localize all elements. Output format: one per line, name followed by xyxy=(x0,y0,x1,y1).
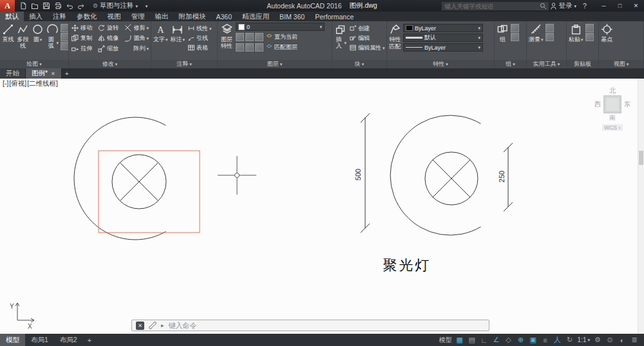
redo-icon[interactable] xyxy=(75,1,86,11)
viewport-visual-style-control[interactable]: [二维线框] xyxy=(27,79,58,88)
cut-icon[interactable] xyxy=(585,24,594,32)
panel-title-clipboard[interactable]: 剪贴板 xyxy=(567,60,598,68)
lineweight-display-icon[interactable]: ≡ xyxy=(541,336,550,344)
tab-output[interactable]: 输出 xyxy=(150,12,174,21)
layer-walk-icon[interactable] xyxy=(255,43,263,52)
panel-title-view[interactable]: 视图▾ xyxy=(599,60,643,68)
object-snap-icon[interactable]: ▣ xyxy=(529,336,538,344)
layout2-tab[interactable]: 布局2 xyxy=(54,334,83,346)
grid-icon[interactable]: ▦ xyxy=(455,336,464,344)
file-tab-document[interactable]: 图例* ✕ xyxy=(26,68,62,79)
base-point-tool[interactable]: 基点 xyxy=(600,23,614,60)
object-snap-tracking-icon[interactable]: ⊕ xyxy=(516,336,526,344)
paste-tool[interactable]: 粘贴▾ xyxy=(568,23,584,60)
spotlight-arc-right[interactable] xyxy=(390,115,480,235)
insert-block-tool[interactable]: 插入▾ xyxy=(334,23,347,60)
tab-annotate[interactable]: 注释 xyxy=(48,12,71,21)
text-tool[interactable]: A 文字▾ xyxy=(153,23,169,60)
undo-icon[interactable] xyxy=(64,1,75,11)
minimize-button[interactable]: ─ xyxy=(596,0,612,12)
stretch-tool[interactable]: 拉伸 xyxy=(70,44,95,53)
spotlight-arc-left[interactable] xyxy=(74,117,166,240)
command-line-customize-icon[interactable] xyxy=(149,322,156,329)
viewcube[interactable]: 北 西 东 南 WCS ▾ xyxy=(590,86,635,131)
qat-customize-icon[interactable]: ▾ xyxy=(141,1,152,11)
layout1-tab[interactable]: 布局1 xyxy=(25,334,54,346)
tab-addins[interactable]: 附加模块 xyxy=(174,12,211,21)
quick-select-icon[interactable] xyxy=(545,24,554,32)
layer-properties-tool[interactable]: 图层特性 xyxy=(219,23,234,60)
layer-unisolate-icon[interactable] xyxy=(245,43,254,52)
edit-block-tool[interactable]: 编辑 xyxy=(348,34,386,43)
panel-title-annotation[interactable]: 注释▾ xyxy=(151,60,217,68)
layer-lock-icon[interactable] xyxy=(255,33,263,41)
linetype-select[interactable]: ByLayer ▾ xyxy=(403,43,483,52)
tab-manage[interactable]: 管理 xyxy=(126,12,150,21)
vertical-scrollbar[interactable] xyxy=(638,79,644,334)
panel-title-block[interactable]: 块▾ xyxy=(332,60,386,68)
panel-title-utilities[interactable]: 实用工具▾ xyxy=(527,60,566,68)
hatch-icon[interactable] xyxy=(61,42,68,50)
search-input[interactable] xyxy=(441,1,549,11)
viewcube-wcs-menu[interactable]: WCS ▾ xyxy=(602,124,623,131)
tab-parametric[interactable]: 参数化 xyxy=(71,12,102,21)
file-tab-start[interactable]: 开始 xyxy=(0,68,26,79)
model-layout-tab[interactable]: 模型 xyxy=(0,334,25,346)
dimension-500[interactable] xyxy=(361,113,370,233)
panel-title-layers[interactable]: 图层▾ xyxy=(218,60,332,68)
linear-dim-tool[interactable]: 线性▾ xyxy=(187,24,213,33)
save-icon[interactable] xyxy=(41,1,52,11)
viewport-minimize-control[interactable]: [-] xyxy=(3,79,8,88)
customize-icon[interactable]: ≣ xyxy=(630,336,639,344)
tab-view[interactable]: 视图 xyxy=(102,12,126,21)
mirror-tool[interactable]: 镜像 xyxy=(97,34,122,43)
workspace-switcher[interactable]: ⚙ 草图与注释 ▾ xyxy=(90,1,140,11)
spotlight-label[interactable]: 聚光灯 xyxy=(383,257,431,273)
panel-title-properties[interactable]: 特性▾ xyxy=(387,60,494,68)
panel-title-modify[interactable]: 修改▾ xyxy=(69,60,151,68)
copy-tool[interactable]: 复制 xyxy=(70,34,95,43)
match-properties-tool[interactable]: 特性 匹配 xyxy=(388,23,402,60)
command-line-close-icon[interactable]: ✕ xyxy=(136,322,144,330)
app-menu-button[interactable]: A xyxy=(0,0,15,12)
spotlight-cross-left[interactable] xyxy=(120,162,158,200)
signin-button[interactable]: 登录 ▾ xyxy=(551,1,576,10)
viewcube-south[interactable]: 南 xyxy=(590,113,635,122)
group-edit-icon[interactable] xyxy=(511,33,519,41)
new-drawing-button[interactable]: + xyxy=(62,68,72,79)
annotation-visibility-icon[interactable]: 人 xyxy=(553,335,562,345)
panel-title-groups[interactable]: 组▾ xyxy=(495,60,526,68)
maximize-button[interactable]: □ xyxy=(612,0,628,12)
plot-icon[interactable] xyxy=(52,1,63,11)
edit-attributes-tool[interactable]: 编辑属性▾ xyxy=(348,43,386,52)
annotation-scale-control[interactable]: 1:1▾ xyxy=(578,336,590,343)
leader-tool[interactable]: 引线 xyxy=(187,34,213,43)
isolate-objects-icon[interactable]: ◐ xyxy=(618,336,627,344)
tab-performance[interactable]: Performance xyxy=(310,12,359,21)
isodraft-icon[interactable]: ◇ xyxy=(504,336,513,344)
match-layer-tool[interactable]: 匹配图层 xyxy=(265,43,298,52)
layer-select[interactable]: 0 ▾ xyxy=(236,23,325,31)
rectangle-icon[interactable] xyxy=(61,24,68,32)
viewcube-east[interactable]: 东 xyxy=(624,100,630,109)
fillet-tool[interactable]: 圆角▾ xyxy=(123,34,149,43)
set-current-layer-tool[interactable]: 置为当前 xyxy=(265,32,298,41)
model-space-toggle[interactable]: 模型 xyxy=(439,336,452,345)
viewcube-west[interactable]: 西 xyxy=(594,100,601,109)
annotation-autoscale-icon[interactable]: ↻ xyxy=(565,336,574,344)
scale-tool[interactable]: 缩放 xyxy=(97,44,122,53)
tab-bim360[interactable]: BIM 360 xyxy=(274,12,310,21)
viewcube-face[interactable] xyxy=(603,95,621,113)
line-tool[interactable]: 直线 xyxy=(1,23,15,60)
tab-insert[interactable]: 插入 xyxy=(24,12,48,21)
drawing-area[interactable]: [-] [俯视] [二维线框] 500 xyxy=(0,79,644,334)
command-input[interactable]: 键入命令 xyxy=(169,321,197,331)
scrollbar-thumb[interactable] xyxy=(639,151,643,165)
ellipse-icon[interactable] xyxy=(61,33,68,41)
panel-title-draw[interactable]: 绘图▾ xyxy=(0,60,68,68)
arc-tool[interactable]: 圆弧▾ xyxy=(46,23,59,60)
table-tool[interactable]: 表格 xyxy=(187,43,213,52)
tab-featured-apps[interactable]: 精选应用 xyxy=(237,12,274,21)
dimension-tool[interactable]: 标注▾ xyxy=(170,23,186,60)
ungroup-icon[interactable] xyxy=(511,24,519,32)
